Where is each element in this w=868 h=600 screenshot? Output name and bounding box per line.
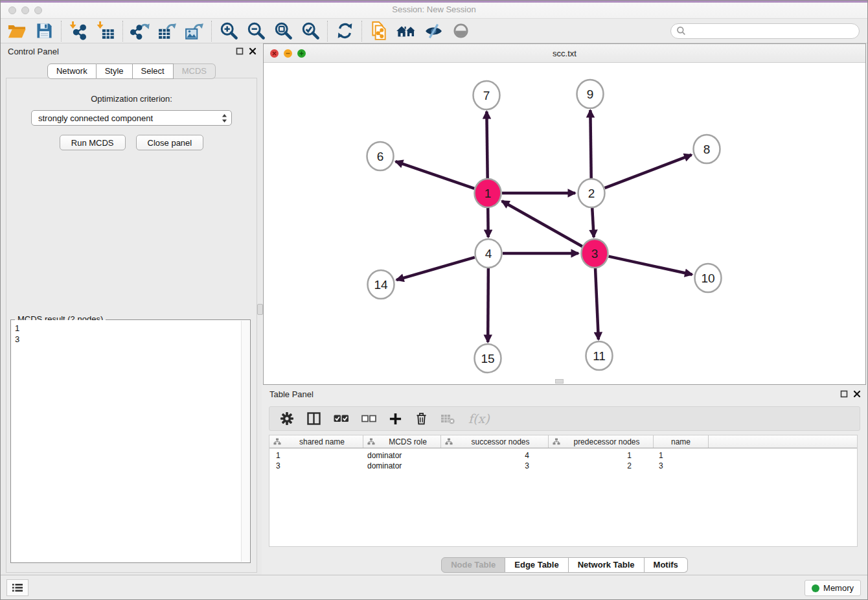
- zoom-selected-button[interactable]: [297, 20, 324, 42]
- save-icon: [36, 22, 53, 40]
- table-body: 1dominator4113dominator323: [269, 450, 857, 471]
- edge-3-1[interactable]: [502, 201, 582, 246]
- mcds-result-line: 1: [15, 323, 238, 334]
- column-header-predecessor-nodes[interactable]: predecessor nodes: [549, 435, 654, 448]
- column-header-mcds-role[interactable]: MCDS role: [363, 435, 441, 448]
- tab-motifs[interactable]: Motifs: [645, 557, 688, 573]
- refresh-layout-button[interactable]: [331, 20, 358, 42]
- float-panel-icon[interactable]: [236, 47, 244, 55]
- close-network-button[interactable]: [270, 49, 279, 58]
- tab-network[interactable]: Network: [47, 63, 97, 79]
- edge-4-15[interactable]: [488, 268, 488, 342]
- network-canvas[interactable]: 7968124314101511: [264, 63, 865, 384]
- search-box[interactable]: [670, 23, 860, 39]
- hide-graphics-details-button[interactable]: [420, 20, 447, 42]
- node-label-1: 1: [485, 187, 492, 200]
- edge-1-6[interactable]: [396, 161, 475, 189]
- column-header-name[interactable]: name: [654, 435, 709, 448]
- table-cell: 1: [654, 450, 709, 461]
- table-row[interactable]: 3dominator323: [269, 461, 857, 471]
- export-table-icon: [157, 22, 177, 40]
- select-chevrons-icon: [222, 113, 227, 123]
- tab-edge-table[interactable]: Edge Table: [505, 557, 568, 573]
- table-splitter-handle[interactable]: [555, 379, 564, 384]
- column-header-successor-nodes[interactable]: successor nodes: [441, 435, 549, 448]
- tab-mcds[interactable]: MCDS: [174, 63, 216, 79]
- network-graph: 7968124314101511: [264, 63, 865, 384]
- node-label-7: 7: [483, 89, 490, 102]
- control-panel-tabs: NetworkStyleSelectMCDS: [1, 63, 262, 79]
- maximize-glyph-icon: [299, 51, 304, 56]
- node-label-9: 9: [587, 87, 594, 101]
- tab-select[interactable]: Select: [133, 63, 174, 79]
- table-cell: 3: [269, 461, 363, 471]
- panel-splitter-handle[interactable]: [257, 304, 263, 315]
- home-button[interactable]: [393, 20, 420, 42]
- delete-table-icon[interactable]: [440, 412, 456, 425]
- edge-2-9[interactable]: [590, 110, 591, 179]
- float-panel-icon[interactable]: [840, 390, 848, 398]
- control-panel-title: Control Panel: [8, 47, 59, 56]
- minimize-network-button[interactable]: [284, 49, 292, 58]
- network-view-window: scc.txt 7968124314101511: [263, 43, 866, 385]
- window-top-accent: [1, 1, 867, 3]
- select-all-checkboxes-icon[interactable]: [334, 413, 349, 424]
- node-label-6: 6: [377, 150, 384, 163]
- import-table-button[interactable]: [92, 20, 119, 42]
- save-session-button[interactable]: [30, 20, 58, 42]
- run-mcds-button[interactable]: Run MCDS: [60, 135, 126, 150]
- control-panel: Control Panel NetworkStyleSelectMCDS Opt…: [1, 43, 262, 576]
- eye-slash-icon: [424, 23, 443, 39]
- open-folder-icon: [7, 23, 27, 39]
- tab-style[interactable]: Style: [97, 63, 133, 79]
- mcds-result-text[interactable]: 13: [11, 320, 250, 562]
- columns-view-icon[interactable]: [306, 411, 321, 426]
- edge-3-10[interactable]: [608, 257, 692, 275]
- close-panel-button[interactable]: Close panel: [136, 135, 204, 150]
- search-input[interactable]: [686, 26, 854, 36]
- edge-2-3[interactable]: [592, 207, 593, 237]
- export-table-button[interactable]: [154, 20, 181, 42]
- edge-1-7[interactable]: [486, 111, 487, 179]
- tab-node-table[interactable]: Node Table: [441, 557, 505, 573]
- delete-column-icon[interactable]: [415, 411, 428, 426]
- table-cell: 1: [269, 450, 363, 461]
- table-cell: dominator: [363, 450, 441, 461]
- zoom-out-button[interactable]: [242, 20, 269, 42]
- toolbar-separator: [327, 21, 328, 41]
- deselect-all-checkboxes-icon[interactable]: [361, 413, 376, 424]
- edge-2-8[interactable]: [605, 155, 692, 188]
- edge-4-14[interactable]: [396, 257, 475, 280]
- tab-network-table[interactable]: Network Table: [569, 557, 645, 573]
- zoom-in-button[interactable]: [215, 20, 242, 42]
- mcds-panel: Optimization criterion: strongly connect…: [6, 78, 257, 573]
- settings-gear-icon[interactable]: [280, 411, 294, 426]
- node-label-10: 10: [701, 271, 714, 285]
- export-image-button[interactable]: [181, 20, 208, 42]
- apply-function-icon[interactable]: f(x): [468, 411, 490, 426]
- table-row[interactable]: 1dominator411: [269, 450, 857, 461]
- close-panel-icon[interactable]: [853, 390, 861, 398]
- column-header-shared-name[interactable]: shared name: [269, 435, 363, 448]
- home-icon: [396, 23, 417, 39]
- show-graphics-details-button[interactable]: [447, 20, 474, 42]
- result-scrollbar[interactable]: [241, 321, 249, 562]
- open-session-button[interactable]: [3, 20, 30, 42]
- criterion-select[interactable]: strongly connected component: [31, 110, 232, 126]
- export-network-button[interactable]: [126, 20, 154, 42]
- task-history-button[interactable]: [6, 579, 29, 596]
- search-icon: [676, 26, 686, 36]
- maximize-network-button[interactable]: [297, 49, 306, 58]
- memory-button[interactable]: Memory: [805, 580, 861, 596]
- zoom-fit-button[interactable]: [269, 20, 297, 42]
- node-label-4: 4: [485, 247, 492, 260]
- export-image-icon: [185, 22, 204, 40]
- memory-label: Memory: [823, 583, 854, 593]
- open-network-file-button[interactable]: [365, 20, 393, 42]
- minimize-glyph-icon: [286, 51, 290, 56]
- add-column-icon[interactable]: [389, 412, 402, 426]
- edge-3-11[interactable]: [595, 268, 599, 340]
- zoom-fit-icon: [274, 21, 293, 40]
- close-panel-icon[interactable]: [249, 47, 257, 55]
- import-network-button[interactable]: [65, 20, 92, 42]
